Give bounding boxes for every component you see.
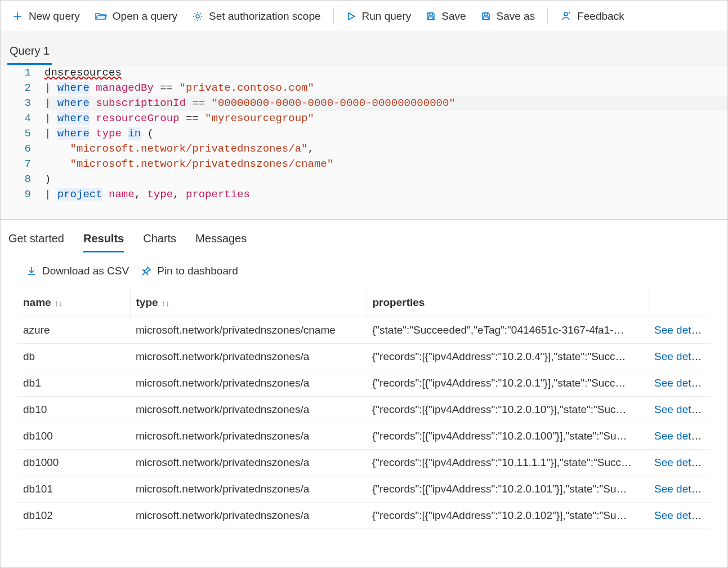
cell-type: microsoft.network/privatednszones/a <box>130 423 367 450</box>
auth-scope-button[interactable]: Set authorization scope <box>185 6 328 27</box>
tab-charts[interactable]: Charts <box>143 229 176 252</box>
table-row[interactable]: db1microsoft.network/privatednszones/a{"… <box>17 370 711 397</box>
cell-properties: {"records":[{"ipv4Address":"10.2.0.100"}… <box>367 423 649 450</box>
tab-results[interactable]: Results <box>83 229 124 252</box>
svg-rect-4 <box>429 13 432 15</box>
gear-icon <box>192 11 203 22</box>
open-query-button[interactable]: Open a query <box>88 6 184 27</box>
divider <box>333 8 334 24</box>
see-details-link[interactable]: See details <box>654 430 707 442</box>
run-query-label: Run query <box>362 10 412 23</box>
table-row[interactable]: db101microsoft.network/privatednszones/a… <box>17 476 711 503</box>
table-row[interactable]: db10microsoft.network/privatednszones/a{… <box>17 397 711 423</box>
query-editor[interactable]: 123456789 dnsresources | where managedBy… <box>1 65 727 220</box>
pin-icon <box>141 266 151 276</box>
results-tabs: Get started Results Charts Messages <box>1 220 727 252</box>
cell-name: db101 <box>17 476 130 503</box>
cell-type: microsoft.network/privatednszones/a <box>130 370 367 397</box>
results-actions: Download as CSV Pin to dashboard <box>1 252 727 283</box>
cell-properties: {"state":"Succeeded","eTag":"0414651c-31… <box>367 317 649 344</box>
table-row[interactable]: db1000microsoft.network/privatednszones/… <box>17 450 711 476</box>
command-bar: New query Open a query Set authorization… <box>1 1 727 32</box>
table-row[interactable]: db102microsoft.network/privatednszones/a… <box>17 503 711 529</box>
cell-properties: {"records":[{"ipv4Address":"10.2.0.101"}… <box>367 476 649 503</box>
cell-name: db100 <box>17 423 130 450</box>
cell-properties: {"records":[{"ipv4Address":"10.2.0.102"}… <box>367 503 649 529</box>
svg-rect-7 <box>484 17 488 20</box>
sort-arrows-icon: ↑↓ <box>55 298 63 308</box>
new-query-label: New query <box>29 10 80 23</box>
svg-point-2 <box>196 15 199 18</box>
svg-point-8 <box>564 12 568 16</box>
col-header-type[interactable]: type↑↓ <box>130 289 367 317</box>
cell-type: microsoft.network/privatednszones/a <box>130 503 367 529</box>
divider <box>547 8 548 24</box>
cell-name: db1000 <box>17 450 130 476</box>
editor-gutter: 123456789 <box>1 65 44 202</box>
see-details-link[interactable]: See details <box>654 377 707 389</box>
see-details-link[interactable]: See details <box>654 350 707 362</box>
editor-code[interactable]: dnsresources | where managedBy == "priva… <box>44 65 727 202</box>
cell-properties: {"records":[{"ipv4Address":"10.11.1.1"}]… <box>367 450 649 476</box>
save-button[interactable]: Save <box>419 6 472 27</box>
new-query-button[interactable]: New query <box>5 6 87 27</box>
cell-type: microsoft.network/privatednszones/a <box>130 344 367 370</box>
cell-type: microsoft.network/privatednszones/a <box>130 476 367 503</box>
run-query-button[interactable]: Run query <box>340 6 418 27</box>
save-as-button[interactable]: Save as <box>474 6 542 27</box>
svg-marker-3 <box>349 13 355 20</box>
cell-name: db10 <box>17 397 130 423</box>
cell-name: azure <box>17 317 130 344</box>
see-details-link[interactable]: See details <box>654 324 707 336</box>
cell-type: microsoft.network/privatednszones/a <box>130 397 367 423</box>
col-header-details <box>649 289 711 317</box>
cell-properties: {"records":[{"ipv4Address":"10.2.0.4"}],… <box>367 344 649 370</box>
download-csv-button[interactable]: Download as CSV <box>26 265 129 277</box>
see-details-link[interactable]: See details <box>654 483 707 495</box>
cell-properties: {"records":[{"ipv4Address":"10.2.0.1"}],… <box>367 370 649 397</box>
play-icon <box>346 11 356 21</box>
plus-icon <box>12 11 23 22</box>
table-row[interactable]: db100microsoft.network/privatednszones/a… <box>17 423 711 450</box>
cell-name: db102 <box>17 503 130 529</box>
see-details-link[interactable]: See details <box>654 456 707 468</box>
query-tabs: Query 1 <box>1 32 727 65</box>
feedback-icon <box>560 11 571 22</box>
table-row[interactable]: dbmicrosoft.network/privatednszones/a{"r… <box>17 344 711 370</box>
see-details-link[interactable]: See details <box>654 509 707 521</box>
cell-name: db1 <box>17 370 130 397</box>
feedback-button[interactable]: Feedback <box>553 6 631 27</box>
tab-messages[interactable]: Messages <box>195 229 247 252</box>
download-csv-label: Download as CSV <box>42 265 129 277</box>
tab-get-started[interactable]: Get started <box>8 229 64 252</box>
table-header-row: name↑↓ type↑↓ properties <box>17 289 711 317</box>
query-tab-1[interactable]: Query 1 <box>7 40 52 65</box>
cell-properties: {"records":[{"ipv4Address":"10.2.0.10"}]… <box>367 397 649 423</box>
save-icon <box>426 11 436 21</box>
svg-rect-5 <box>428 17 433 20</box>
save-as-label: Save as <box>497 10 535 23</box>
pin-dashboard-button[interactable]: Pin to dashboard <box>141 265 238 277</box>
auth-scope-label: Set authorization scope <box>209 10 321 23</box>
cell-type: microsoft.network/privatednszones/cname <box>130 317 367 344</box>
sort-arrows-icon: ↑↓ <box>162 298 170 308</box>
open-query-label: Open a query <box>113 10 177 23</box>
col-header-name[interactable]: name↑↓ <box>17 289 130 317</box>
save-label: Save <box>441 10 466 23</box>
folder-open-icon <box>95 11 107 22</box>
results-table: name↑↓ type↑↓ properties azuremicrosoft.… <box>17 289 711 529</box>
download-icon <box>26 266 37 276</box>
table-row[interactable]: azuremicrosoft.network/privatednszones/c… <box>17 317 711 344</box>
save-as-icon <box>481 11 491 21</box>
cell-type: microsoft.network/privatednszones/a <box>130 450 367 476</box>
cell-name: db <box>17 344 130 370</box>
col-header-properties[interactable]: properties <box>367 289 649 317</box>
svg-rect-6 <box>484 13 488 15</box>
pin-dashboard-label: Pin to dashboard <box>157 265 238 277</box>
see-details-link[interactable]: See details <box>654 403 707 415</box>
feedback-label: Feedback <box>577 10 624 23</box>
